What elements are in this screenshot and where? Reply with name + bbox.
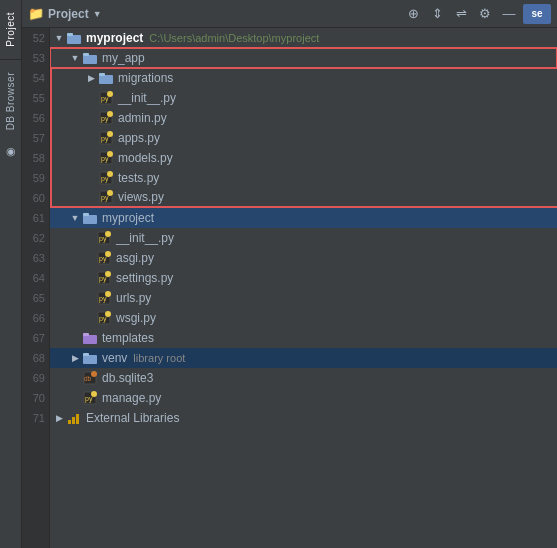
tree-row-models-py[interactable]: py models.py [50, 148, 557, 168]
label-init-myapp: __init__.py [118, 91, 176, 105]
svg-point-20 [107, 171, 113, 177]
tree-row-my-app[interactable]: ▼ my_app [50, 48, 557, 68]
tree-row-views-py[interactable]: py views.py [50, 188, 557, 208]
arrow-myproject-root: ▼ [52, 28, 66, 48]
scroll-button[interactable]: ⇕ [427, 4, 447, 24]
tree-row-migrations[interactable]: ▶ migrations [50, 68, 557, 88]
tree-row-db-sqlite3[interactable]: ▶ db db.sqlite3 [50, 368, 557, 388]
svg-text:py: py [101, 175, 109, 183]
label-templates: templates [102, 331, 154, 345]
tree-row-venv[interactable]: ▶ venv library root [50, 348, 557, 368]
tree-row-apps-py[interactable]: py apps.py [50, 128, 557, 148]
py-icon-admin: py [98, 110, 114, 126]
label-wsgi: wsgi.py [116, 311, 156, 325]
py-icon-manage: py [82, 390, 98, 406]
svg-text:py: py [99, 295, 107, 303]
label-asgi: asgi.py [116, 251, 154, 265]
line-53: 53 [25, 48, 45, 68]
db-browser-tab[interactable]: DB Browser [2, 64, 19, 138]
tree-row-templates[interactable]: ▶ templates [50, 328, 557, 348]
tree-row-settings-py[interactable]: py settings.py [50, 268, 557, 288]
label-views: views.py [118, 190, 164, 204]
path-myproject-root: C:\Users\admin\Desktop\myproject [149, 32, 319, 44]
line-66: 66 [25, 308, 45, 328]
tree-row-asgi-py[interactable]: py asgi.py [50, 248, 557, 268]
tree-row-external-libraries[interactable]: ▶ External Libraries [50, 408, 557, 428]
add-button[interactable]: ⊕ [403, 4, 423, 24]
folder-icon-my-app [82, 50, 98, 66]
tree-row-admin-py[interactable]: py admin.py [50, 108, 557, 128]
svg-point-40 [105, 311, 111, 317]
line-58: 58 [25, 148, 45, 168]
label-settings: settings.py [116, 271, 173, 285]
split-button[interactable]: ⇌ [451, 4, 471, 24]
svg-point-31 [105, 251, 111, 257]
arrow-myproject-inner: ▼ [68, 208, 82, 228]
label-urls: urls.py [116, 291, 151, 305]
expand-button[interactable]: se [523, 4, 551, 24]
sidebar-tabs: Project DB Browser ◉ [0, 0, 22, 548]
label-init-myproject: __init__.py [116, 231, 174, 245]
line-59: 59 [25, 168, 45, 188]
svg-point-37 [105, 291, 111, 297]
py-icon-init-myapp: py [98, 90, 114, 106]
line-69: 69 [25, 368, 45, 388]
py-icon-init-myproject: py [96, 230, 112, 246]
svg-rect-1 [67, 33, 73, 36]
label-manage: manage.py [102, 391, 161, 405]
tree-row-wsgi-py[interactable]: py wsgi.py [50, 308, 557, 328]
py-icon-wsgi: py [96, 310, 112, 326]
svg-rect-42 [83, 333, 89, 336]
tree-row-myproject-inner[interactable]: ▼ myproject [50, 208, 557, 228]
label-external-libraries: External Libraries [86, 411, 179, 425]
tree-row-urls-py[interactable]: py urls.py [50, 288, 557, 308]
line-61: 61 [25, 208, 45, 228]
line-64: 64 [25, 268, 45, 288]
line-68: 68 [25, 348, 45, 368]
line-71: 71 [25, 408, 45, 428]
label-migrations: migrations [118, 71, 173, 85]
folder-icon-myproject-inner [82, 210, 98, 226]
project-title[interactable]: 📁 Project ▼ [28, 6, 102, 21]
svg-point-14 [107, 131, 113, 137]
svg-point-17 [107, 151, 113, 157]
tree-row-init-py-myproject[interactable]: py __init__.py [50, 228, 557, 248]
line-numbers: 52 53 54 55 56 57 58 59 60 61 62 63 64 6… [22, 28, 50, 548]
svg-point-28 [105, 231, 111, 237]
tree-row-init-py-myapp[interactable]: py __init__.py [50, 88, 557, 108]
tree-row-tests-py[interactable]: py tests.py [50, 168, 557, 188]
toolbar: 📁 Project ▼ ⊕ ⇕ ⇌ ⚙ — se [22, 0, 557, 28]
arrow-venv: ▶ [68, 348, 82, 368]
py-icon-settings: py [96, 270, 112, 286]
tree-row-manage-py[interactable]: ▶ py manage.py [50, 388, 557, 408]
label-tests: tests.py [118, 171, 159, 185]
svg-rect-3 [83, 53, 89, 56]
svg-point-23 [107, 190, 113, 196]
py-icon-urls: py [96, 290, 112, 306]
gear-button[interactable]: ⚙ [475, 4, 495, 24]
line-52: 52 [25, 28, 45, 48]
line-55: 55 [25, 88, 45, 108]
svg-point-8 [107, 91, 113, 97]
svg-text:py: py [99, 275, 107, 283]
svg-rect-52 [72, 417, 75, 424]
folder-icon-myproject-root [66, 30, 82, 46]
line-67: 67 [25, 328, 45, 348]
svg-text:py: py [99, 255, 107, 263]
py-icon-asgi: py [96, 250, 112, 266]
svg-rect-5 [99, 73, 105, 76]
tree-row-myproject-root[interactable]: ▼ myproject C:\Users\admin\Desktop\mypro… [50, 28, 557, 48]
project-tab[interactable]: Project [2, 4, 19, 55]
arrow-ext-lib: ▶ [52, 408, 66, 428]
py-icon-views: py [98, 189, 114, 205]
svg-rect-53 [76, 414, 79, 424]
svg-text:py: py [99, 235, 107, 243]
svg-rect-2 [83, 55, 97, 64]
content-area: 52 53 54 55 56 57 58 59 60 61 62 63 64 6… [22, 28, 557, 548]
unknown-icon[interactable]: ◉ [3, 144, 19, 160]
ext-lib-icon [66, 410, 82, 426]
minus-button[interactable]: — [499, 4, 519, 24]
label-venv: venv [102, 351, 127, 365]
label-db-sqlite3: db.sqlite3 [102, 371, 153, 385]
label-apps: apps.py [118, 131, 160, 145]
